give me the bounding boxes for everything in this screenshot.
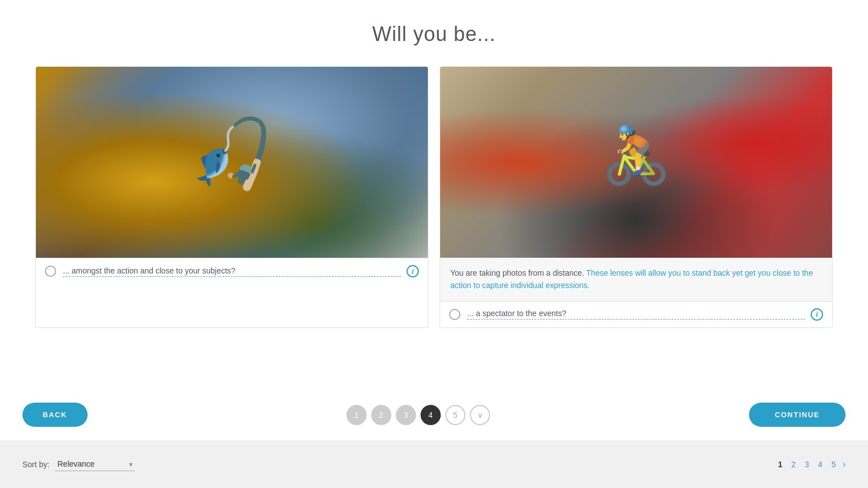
sort-select[interactable]: Relevance Price: Low to High Price: High…: [55, 457, 135, 471]
radio-right[interactable]: [449, 309, 460, 320]
page-2[interactable]: 2: [789, 459, 798, 470]
step-indicators: 1 2 3 4 5 ∨: [346, 405, 490, 425]
card-description-right: You are taking photos from a distance. T…: [440, 258, 832, 301]
card-left: ... amongst the action and close to your…: [35, 66, 428, 328]
pagination: 1 2 3 4 5 ›: [776, 459, 846, 470]
back-button[interactable]: BACK: [22, 403, 88, 427]
cards-container: ... amongst the action and close to your…: [24, 66, 844, 328]
step-2[interactable]: 2: [371, 405, 391, 425]
step-5[interactable]: 5: [445, 405, 465, 425]
info-icon-right[interactable]: i: [811, 308, 823, 321]
sort-left: Sort by: Relevance Price: Low to High Pr…: [22, 457, 135, 471]
option-text-right: ... a spectator to the events?: [467, 309, 805, 320]
page-1[interactable]: 1: [776, 459, 785, 470]
info-icon-left[interactable]: i: [406, 265, 419, 277]
card-image-right: [440, 67, 832, 258]
page-wrapper: Will you be... ... amongst the action an…: [0, 0, 868, 488]
option-text-left: ... amongst the action and close to your…: [63, 266, 401, 277]
card-image-left: [36, 67, 428, 258]
description-text-normal: You are taking photos from a distance.: [450, 268, 586, 277]
page-title: Will you be...: [22, 22, 846, 46]
radio-left[interactable]: [45, 266, 56, 277]
step-4[interactable]: 4: [421, 405, 441, 425]
sort-select-wrapper[interactable]: Relevance Price: Low to High Price: High…: [55, 457, 135, 471]
sort-label: Sort by:: [22, 460, 49, 469]
card-option-right[interactable]: ... a spectator to the events? i: [440, 301, 832, 327]
continue-button[interactable]: CONTINUE: [749, 403, 846, 427]
page-5[interactable]: 5: [829, 459, 838, 470]
question-section: Will you be... ... amongst the action an…: [0, 0, 868, 389]
nav-bar: BACK 1 2 3 4 5 ∨ CONTINUE: [0, 389, 868, 440]
step-dropdown[interactable]: ∨: [470, 405, 490, 425]
step-1[interactable]: 1: [346, 405, 367, 425]
card-right: You are taking photos from a distance. T…: [440, 66, 833, 328]
step-3[interactable]: 3: [396, 405, 416, 425]
next-page-arrow[interactable]: ›: [843, 459, 846, 469]
card-option-left[interactable]: ... amongst the action and close to your…: [36, 258, 428, 284]
sort-section: Sort by: Relevance Price: Low to High Pr…: [0, 440, 868, 488]
page-3[interactable]: 3: [802, 459, 811, 470]
page-4[interactable]: 4: [816, 459, 825, 470]
